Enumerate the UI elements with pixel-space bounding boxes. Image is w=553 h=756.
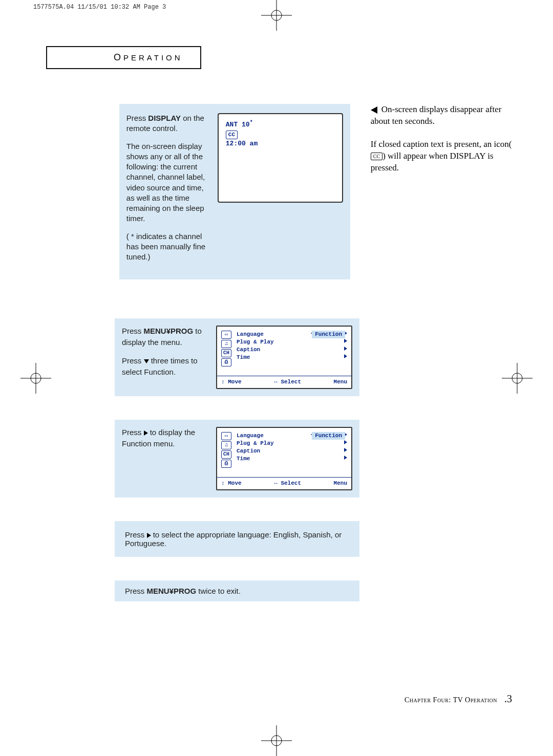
osd-help-bar: ↕ Move ↔ Select Menu xyxy=(217,477,351,489)
section-title: OPERATION xyxy=(46,46,201,69)
osd-cat-icon: CH xyxy=(221,450,231,459)
osd-time: 12:00 am xyxy=(226,139,335,148)
text: ) will appear when DISPLAY is pressed. xyxy=(371,151,494,172)
osd-cat-icon: ▭ xyxy=(221,432,231,440)
triangle-right-icon xyxy=(344,440,347,444)
svg-point-8 xyxy=(512,373,522,383)
osd-icon-column: ▭ ♫ CH ⎙ xyxy=(221,432,232,468)
section-title-text: PERATION xyxy=(123,53,183,62)
text: Press xyxy=(126,114,148,122)
osd-cat-icon: CH xyxy=(221,349,231,357)
text: Press xyxy=(122,428,144,437)
text: Press xyxy=(122,356,144,365)
osd-icon-column: ▭ ♫ CH ⎙ xyxy=(221,331,232,366)
text: Press xyxy=(125,530,147,539)
osd-bar-label: Move xyxy=(228,480,241,486)
osd-item: Language xyxy=(237,331,264,337)
text: The on-screen display shows any or all o… xyxy=(126,141,208,224)
step-panel-display: Press DISPLAY on the remote control. The… xyxy=(119,104,350,279)
osd-header: Function xyxy=(312,432,345,440)
triangle-right-icon xyxy=(344,347,347,351)
osd-item: Plug & Play xyxy=(237,339,274,345)
svg-point-5 xyxy=(31,373,41,383)
osd-menu-preview: Function ▭ ♫ CH ⎙ Language English Plug … xyxy=(216,326,352,389)
cc-icon: CC xyxy=(226,131,238,139)
osd-item: Caption xyxy=(237,347,260,353)
cc-icon: CC xyxy=(371,153,382,161)
button-label: MENU¥PROG xyxy=(144,327,194,335)
button-label: MENU¥PROG xyxy=(147,587,197,595)
osd-item: Language xyxy=(237,433,264,439)
instruction-text: Press DISPLAY on the remote control. The… xyxy=(126,113,208,269)
osd-cat-icon: ⎙ xyxy=(221,460,231,468)
osd-item: Time xyxy=(237,456,250,462)
instruction-text: Press MENU¥PROG to display the menu. Pre… xyxy=(122,326,208,389)
svg-point-2 xyxy=(271,10,282,20)
triangle-left-icon xyxy=(371,106,377,114)
button-label: DISPLAY xyxy=(148,114,181,122)
step-panel-exit: Press MENU¥PROG twice to exit. xyxy=(115,580,359,601)
osd-header: Function xyxy=(312,331,345,338)
osd-bar-label: Menu xyxy=(334,378,347,386)
osd-help-bar: ↕ Move ↔ Select Menu xyxy=(217,376,351,388)
instruction-text: Press to display the Function menu. xyxy=(122,427,208,490)
osd-cat-icon: ♫ xyxy=(221,441,231,449)
print-job-header: 1577575A.04 11/15/01 10:32 AM Page 3 xyxy=(33,4,166,10)
text: twice to exit. xyxy=(196,587,241,595)
osd-menu-preview: Function ▭ ♫ CH ⎙ Language English Plug … xyxy=(216,427,352,490)
step-panel-language: Press to select the appropriate language… xyxy=(115,521,359,557)
text: Press xyxy=(122,327,144,335)
triangle-right-icon xyxy=(344,339,347,343)
osd-cat-icon: ▭ xyxy=(221,331,231,339)
triangle-right-icon xyxy=(344,354,347,358)
svg-point-11 xyxy=(271,736,282,746)
triangle-right-icon xyxy=(144,430,148,436)
osd-cat-icon: ♫ xyxy=(221,340,231,348)
triangle-right-icon xyxy=(344,448,347,452)
section-title-initial: O xyxy=(114,52,123,62)
footer-page-number: .3 xyxy=(504,693,512,705)
footer-chapter: Chapter Four: TV Operation xyxy=(405,696,497,704)
osd-item: Time xyxy=(237,354,250,360)
text: ( * indicates a channel has been manuall… xyxy=(126,231,208,263)
page-content: OPERATION Press DISPLAY on the remote co… xyxy=(46,46,512,705)
osd-item: Plug & Play xyxy=(237,440,274,446)
osd-bar-label: Move xyxy=(228,379,241,385)
registration-mark-bottom xyxy=(261,725,292,756)
step-panel-menu: Press MENU¥PROG to display the menu. Pre… xyxy=(115,318,359,396)
osd-cat-icon: ⎙ xyxy=(221,358,231,366)
page-footer: Chapter Four: TV Operation .3 xyxy=(405,693,512,705)
tv-screen-preview: ANT 10* CC 12:00 am xyxy=(218,113,343,203)
registration-mark-top xyxy=(261,0,292,31)
text: Press xyxy=(125,587,147,595)
step-panel-function: Press to display the Function menu. Func… xyxy=(115,420,359,498)
side-note: On-screen displays disappear after about… xyxy=(371,104,512,279)
osd-channel: ANT 10 xyxy=(226,121,250,128)
text: On-screen displays disappear after about… xyxy=(371,104,502,126)
text: to select the appropriate language: Engl… xyxy=(125,530,342,548)
osd-bar-label: Menu xyxy=(334,480,347,487)
triangle-down-icon xyxy=(144,359,149,363)
text: If closed caption text is present, an ic… xyxy=(371,139,512,149)
triangle-right-icon xyxy=(344,456,347,460)
osd-bar-label: Select xyxy=(281,379,301,385)
osd-bar-label: Select xyxy=(281,480,301,486)
osd-star: * xyxy=(250,120,253,125)
osd-item: Caption xyxy=(237,448,260,454)
triangle-right-icon xyxy=(147,533,151,538)
